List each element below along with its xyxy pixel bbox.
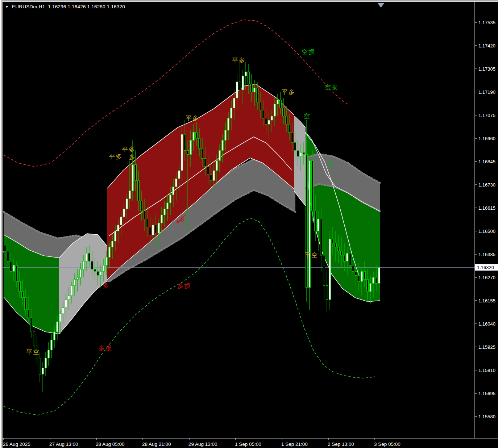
- current-price-tag-label: 1.16320: [477, 265, 494, 270]
- time-tick-label: 1 Sep 21:00: [281, 441, 308, 447]
- price-tick-label: 1.16155: [478, 298, 495, 303]
- price-tick-label: 1.16615: [478, 205, 495, 211]
- price-tick-label: 1.16960: [478, 136, 495, 141]
- price-tick-label: 1.16730: [478, 182, 495, 188]
- price-tick-label: 1.17190: [478, 89, 495, 95]
- chart-symbol-timeframe: EURUSDm,H1: [12, 4, 45, 9]
- price-tick-label: 1.15695: [478, 391, 495, 396]
- candle: [312, 150, 314, 221]
- signal-label-平空: 平空: [304, 252, 318, 259]
- price-tick-label: 1.16270: [478, 275, 495, 280]
- chart-title: ▼EURUSDm,H1 1.16296 1.16426 1.16280 1.16…: [5, 4, 125, 9]
- signal-label-平空: 平空: [26, 349, 40, 356]
- signal-label-平多: 平多: [109, 153, 123, 160]
- price-tick-label: 1.15580: [478, 414, 495, 419]
- signal-label-多损: 多损: [99, 345, 112, 352]
- time-tick-label: 26 Aug 2025: [3, 441, 30, 447]
- chart-window: ▼EURUSDm,H1 1.16296 1.16426 1.16280 1.16…: [0, 0, 498, 448]
- price-tick-label: 1.17305: [478, 66, 495, 72]
- signal-label-平多: 平多: [232, 57, 246, 64]
- signal-label-多: 多: [179, 216, 186, 223]
- price-tick-label: 1.15810: [478, 368, 495, 373]
- price-tick-label: 1.16845: [478, 159, 495, 164]
- time-tick-label: 3 Sep 05:00: [374, 441, 401, 447]
- signal-label-平多: 平多: [186, 115, 199, 122]
- time-tick-label: 28 Aug 21:00: [142, 441, 171, 447]
- price-tick-label: 1.17420: [478, 43, 495, 49]
- signal-label-空: 空: [304, 113, 311, 120]
- price-tick-label: 1.15925: [478, 344, 495, 350]
- price-tick-label: 1.16040: [478, 321, 495, 327]
- candle: [309, 155, 311, 310]
- signal-label-多损: 多损: [177, 282, 191, 289]
- time-tick-label: 29 Aug 13:00: [188, 441, 217, 447]
- candle: [329, 231, 331, 310]
- signal-label-空损: 空损: [325, 84, 339, 91]
- signal-label-多: 多: [129, 154, 136, 160]
- collapse-triangle-icon[interactable]: ▼: [5, 5, 9, 9]
- signal-label-空: 空: [327, 162, 334, 169]
- price-tick-label: 1.16385: [478, 252, 495, 257]
- price-tick-label: 1.16500: [478, 229, 495, 234]
- window-border-top-highlight: [0, 1, 498, 2]
- signal-label-多: 多: [103, 282, 109, 289]
- time-tick-label: 27 Aug 13:00: [49, 441, 78, 447]
- time-tick-label: 28 Aug 05:00: [96, 441, 125, 447]
- price-tick-label: 1.17535: [478, 20, 495, 25]
- time-tick-label: 1 Sep 05:00: [235, 441, 261, 447]
- time-tick-label: 2 Sep 13:00: [328, 441, 354, 447]
- price-tick-label: 1.17075: [478, 113, 495, 118]
- signal-label-空损: 空损: [302, 49, 315, 55]
- chart-background: [0, 0, 498, 448]
- chart-ohlc-quotes: 1.16296 1.16426 1.16280 1.16320: [48, 4, 125, 9]
- window-border-left-shadow: [1, 0, 3, 448]
- signal-label-平多: 平多: [122, 146, 136, 153]
- signal-label-平多: 平多: [282, 89, 295, 96]
- chart-canvas[interactable]: 平多平多多平多平多平多空空损空损空平空平空多多损多损多1.175351.1742…: [0, 0, 498, 448]
